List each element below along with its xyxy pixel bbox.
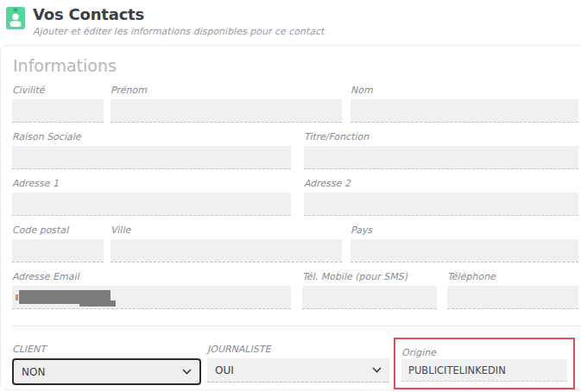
row-contact-details: Adresse Email Tél. Mobile (pour SMS) Tél… <box>12 271 578 309</box>
row-location: Code postal Ville Pays <box>12 224 578 262</box>
adresse2-input[interactable] <box>304 193 578 216</box>
page-subtitle: Ajouter et éditer les informations dispo… <box>33 26 324 37</box>
page-title: Vos Contacts <box>33 5 324 23</box>
civilite-label: Civilité <box>12 85 104 97</box>
origine-highlight-box: Origine PUBLICITELINKEDIN <box>394 338 575 389</box>
section-divider <box>12 326 581 326</box>
chevron-down-icon <box>182 369 192 375</box>
journaliste-selected-value: OUI <box>215 364 234 376</box>
titre-fonction-input[interactable] <box>304 146 578 169</box>
code-postal-label: Code postal <box>12 224 104 237</box>
client-selected-value: NON <box>22 366 45 378</box>
raison-sociale-label: Raison Sociale <box>12 131 291 143</box>
titre-fonction-label: Titre/Fonction <box>304 131 578 143</box>
ville-label: Ville <box>111 224 342 237</box>
prenom-label: Prénom <box>111 85 342 97</box>
journaliste-select[interactable]: OUI <box>207 358 389 383</box>
client-select[interactable]: NON <box>12 358 201 385</box>
adresse-email-input[interactable] <box>12 286 291 309</box>
pays-input[interactable] <box>350 239 578 262</box>
code-postal-input[interactable] <box>12 239 104 262</box>
tel-mobile-input[interactable] <box>302 286 437 309</box>
chevron-down-icon <box>372 367 382 373</box>
row-company: Raison Sociale Titre/Fonction <box>12 131 578 169</box>
prenom-input[interactable] <box>111 99 342 123</box>
client-label: CLIENT <box>12 344 201 356</box>
contact-badge-icon <box>6 6 25 29</box>
section-title: Informations <box>13 56 581 75</box>
ville-input[interactable] <box>111 239 342 262</box>
origine-input[interactable]: PUBLICITELINKEDIN <box>401 359 567 382</box>
pays-label: Pays <box>350 224 578 237</box>
adresse2-label: Adresse 2 <box>304 178 578 190</box>
nom-label: Nom <box>350 85 578 97</box>
tel-mobile-label: Tél. Mobile (pour SMS) <box>302 271 437 283</box>
telephone-label: Téléphone <box>447 271 578 283</box>
row-flags: CLIENT NON JOURNALISTE OUI Origine PUBLI… <box>12 344 578 389</box>
adresse1-label: Adresse 1 <box>12 178 291 190</box>
journaliste-label: JOURNALISTE <box>207 344 389 356</box>
telephone-input[interactable] <box>447 286 578 309</box>
nom-input[interactable] <box>350 99 578 123</box>
origine-label: Origine <box>401 347 436 358</box>
row-address: Adresse 1 Adresse 2 <box>12 178 578 216</box>
civilite-input[interactable] <box>12 99 104 123</box>
adresse-email-label: Adresse Email <box>12 271 291 283</box>
informations-panel: Informations Civilité Prénom Nom Raison … <box>0 45 581 390</box>
adresse1-input[interactable] <box>12 193 291 216</box>
row-identity: Civilité Prénom Nom <box>12 85 578 123</box>
raison-sociale-input[interactable] <box>12 146 291 169</box>
page-header: Vos Contacts Ajouter et éditer les infor… <box>6 5 581 37</box>
redacted-email-value <box>19 290 111 304</box>
